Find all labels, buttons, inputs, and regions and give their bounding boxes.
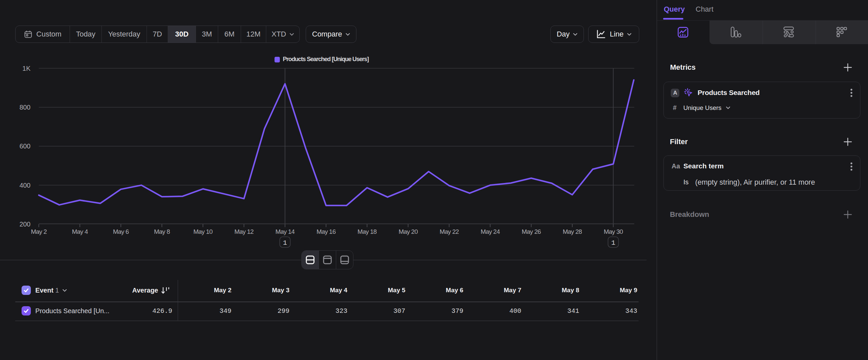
svg-text:May 6: May 6 xyxy=(113,228,129,235)
svg-text:May 4: May 4 xyxy=(72,228,88,235)
svg-text:May 22: May 22 xyxy=(440,228,459,235)
svg-text:May 14: May 14 xyxy=(276,228,295,235)
svg-text:May 18: May 18 xyxy=(358,228,377,235)
svg-text:1: 1 xyxy=(283,239,287,247)
svg-text:200: 200 xyxy=(20,221,31,228)
svg-text:May 24: May 24 xyxy=(481,228,500,235)
svg-text:May 16: May 16 xyxy=(317,228,336,235)
svg-text:May 2: May 2 xyxy=(31,228,47,235)
svg-text:May 28: May 28 xyxy=(563,228,582,235)
svg-text:800: 800 xyxy=(20,104,31,111)
svg-text:May 12: May 12 xyxy=(235,228,254,235)
svg-text:600: 600 xyxy=(20,142,31,150)
svg-text:May 26: May 26 xyxy=(522,228,541,235)
svg-text:May 8: May 8 xyxy=(154,228,170,235)
svg-text:May 10: May 10 xyxy=(193,228,213,235)
svg-text:400: 400 xyxy=(20,182,31,189)
svg-text:1K: 1K xyxy=(23,65,31,72)
svg-text:1: 1 xyxy=(611,239,615,247)
svg-text:May 30: May 30 xyxy=(604,228,623,235)
svg-text:May 20: May 20 xyxy=(399,228,418,235)
